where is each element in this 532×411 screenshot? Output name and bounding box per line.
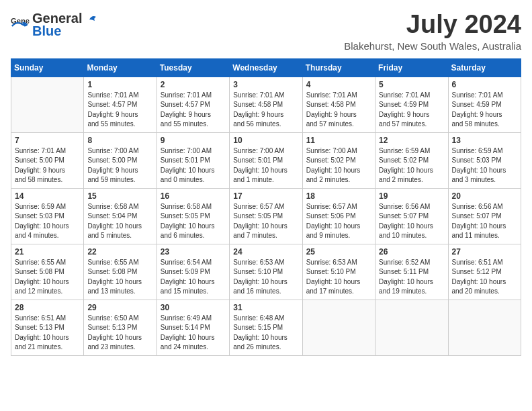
calendar-cell	[11, 77, 84, 132]
calendar-cell: 12Sunrise: 6:59 AMSunset: 5:02 PMDayligh…	[375, 132, 448, 188]
location-title: Blakehurst, New South Wales, Australia	[344, 40, 521, 52]
calendar-cell	[448, 300, 521, 355]
calendar-cell: 18Sunrise: 6:57 AMSunset: 5:06 PMDayligh…	[302, 188, 375, 244]
day-number: 4	[306, 80, 371, 89]
calendar-cell: 31Sunrise: 6:48 AMSunset: 5:15 PMDayligh…	[230, 300, 302, 355]
week-row-2: 7Sunrise: 7:01 AMSunset: 5:00 PMDaylight…	[11, 132, 521, 188]
week-row-3: 14Sunrise: 6:59 AMSunset: 5:03 PMDayligh…	[11, 188, 521, 244]
calendar-cell: 17Sunrise: 6:57 AMSunset: 5:05 PMDayligh…	[230, 188, 302, 244]
day-number: 22	[87, 247, 152, 257]
calendar-cell: 5Sunrise: 7:01 AMSunset: 4:59 PMDaylight…	[375, 77, 448, 132]
day-number: 27	[452, 247, 517, 257]
day-info: Sunrise: 7:01 AMSunset: 4:58 PMDaylight:…	[306, 91, 371, 130]
calendar-cell: 26Sunrise: 6:52 AMSunset: 5:11 PMDayligh…	[375, 244, 448, 300]
header: General General Blue July 2024 Blakehurs…	[11, 11, 521, 52]
day-number: 5	[379, 80, 444, 89]
day-info: Sunrise: 7:00 AMSunset: 5:01 PMDaylight:…	[233, 146, 298, 185]
day-info: Sunrise: 6:59 AMSunset: 5:02 PMDaylight:…	[379, 146, 444, 185]
day-info: Sunrise: 6:57 AMSunset: 5:06 PMDaylight:…	[306, 202, 371, 241]
day-info: Sunrise: 7:01 AMSunset: 4:59 PMDaylight:…	[452, 91, 517, 130]
day-info: Sunrise: 6:56 AMSunset: 5:07 PMDaylight:…	[452, 202, 517, 241]
day-number: 8	[87, 136, 152, 145]
day-info: Sunrise: 6:53 AMSunset: 5:10 PMDaylight:…	[306, 258, 371, 297]
day-number: 11	[306, 136, 371, 145]
calendar-cell: 1Sunrise: 7:01 AMSunset: 4:57 PMDaylight…	[84, 77, 157, 132]
calendar-cell: 19Sunrise: 6:56 AMSunset: 5:07 PMDayligh…	[375, 188, 448, 244]
calendar-cell: 15Sunrise: 6:58 AMSunset: 5:04 PMDayligh…	[84, 188, 157, 244]
calendar-cell: 11Sunrise: 7:00 AMSunset: 5:02 PMDayligh…	[302, 132, 375, 188]
col-header-sunday: Sunday	[11, 58, 84, 77]
day-number: 13	[452, 136, 517, 145]
logo-icon: General	[11, 15, 30, 34]
calendar-cell: 13Sunrise: 6:59 AMSunset: 5:03 PMDayligh…	[448, 132, 521, 188]
day-number: 15	[87, 191, 152, 201]
calendar-cell: 27Sunrise: 6:51 AMSunset: 5:12 PMDayligh…	[448, 244, 521, 300]
day-number: 23	[161, 247, 226, 257]
calendar-cell	[302, 300, 375, 355]
day-info: Sunrise: 6:59 AMSunset: 5:03 PMDaylight:…	[15, 202, 80, 241]
calendar-cell: 2Sunrise: 7:01 AMSunset: 4:57 PMDaylight…	[157, 77, 229, 132]
col-header-saturday: Saturday	[448, 58, 521, 77]
day-info: Sunrise: 6:50 AMSunset: 5:13 PMDaylight:…	[87, 314, 152, 353]
day-number: 3	[233, 80, 298, 89]
calendar-cell: 3Sunrise: 7:01 AMSunset: 4:58 PMDaylight…	[230, 77, 302, 132]
calendar-cell: 14Sunrise: 6:59 AMSunset: 5:03 PMDayligh…	[11, 188, 84, 244]
day-info: Sunrise: 7:00 AMSunset: 5:01 PMDaylight:…	[161, 146, 226, 185]
calendar: SundayMondayTuesdayWednesdayThursdayFrid…	[11, 58, 521, 356]
col-header-tuesday: Tuesday	[157, 58, 229, 77]
title-area: July 2024 Blakehurst, New South Wales, A…	[344, 11, 521, 52]
day-number: 18	[306, 191, 371, 201]
day-number: 17	[233, 191, 298, 201]
col-header-friday: Friday	[375, 58, 448, 77]
day-info: Sunrise: 6:48 AMSunset: 5:15 PMDaylight:…	[233, 314, 298, 353]
day-info: Sunrise: 7:00 AMSunset: 5:00 PMDaylight:…	[87, 146, 152, 185]
day-number: 31	[233, 303, 298, 312]
logo-bird-icon	[83, 11, 97, 26]
week-row-5: 28Sunrise: 6:51 AMSunset: 5:13 PMDayligh…	[11, 300, 521, 355]
week-row-1: 1Sunrise: 7:01 AMSunset: 4:57 PMDaylight…	[11, 77, 521, 132]
day-info: Sunrise: 6:51 AMSunset: 5:13 PMDaylight:…	[15, 314, 80, 353]
day-info: Sunrise: 6:59 AMSunset: 5:03 PMDaylight:…	[452, 146, 517, 185]
day-number: 10	[233, 136, 298, 145]
day-number: 19	[379, 191, 444, 201]
calendar-cell: 24Sunrise: 6:53 AMSunset: 5:10 PMDayligh…	[230, 244, 302, 300]
calendar-cell: 21Sunrise: 6:55 AMSunset: 5:08 PMDayligh…	[11, 244, 84, 300]
day-info: Sunrise: 6:53 AMSunset: 5:10 PMDaylight:…	[233, 258, 298, 297]
day-info: Sunrise: 7:01 AMSunset: 4:59 PMDaylight:…	[379, 91, 444, 130]
day-number: 14	[15, 191, 80, 201]
day-info: Sunrise: 7:01 AMSunset: 4:57 PMDaylight:…	[161, 91, 226, 130]
day-number: 9	[161, 136, 226, 145]
day-info: Sunrise: 6:54 AMSunset: 5:09 PMDaylight:…	[161, 258, 226, 297]
month-title: July 2024	[344, 11, 521, 39]
calendar-cell: 8Sunrise: 7:00 AMSunset: 5:00 PMDaylight…	[84, 132, 157, 188]
day-number: 30	[161, 303, 226, 312]
day-number: 2	[161, 80, 226, 89]
day-info: Sunrise: 6:56 AMSunset: 5:07 PMDaylight:…	[379, 202, 444, 241]
calendar-cell: 30Sunrise: 6:49 AMSunset: 5:14 PMDayligh…	[157, 300, 229, 355]
day-number: 24	[233, 247, 298, 257]
day-info: Sunrise: 6:55 AMSunset: 5:08 PMDaylight:…	[15, 258, 80, 297]
day-number: 7	[15, 136, 80, 145]
calendar-cell: 4Sunrise: 7:01 AMSunset: 4:58 PMDaylight…	[302, 77, 375, 132]
day-info: Sunrise: 6:58 AMSunset: 5:04 PMDaylight:…	[87, 202, 152, 241]
day-number: 28	[15, 303, 80, 312]
calendar-cell: 22Sunrise: 6:55 AMSunset: 5:08 PMDayligh…	[84, 244, 157, 300]
col-header-wednesday: Wednesday	[230, 58, 302, 77]
day-info: Sunrise: 6:52 AMSunset: 5:11 PMDaylight:…	[379, 258, 444, 297]
day-number: 29	[87, 303, 152, 312]
day-info: Sunrise: 6:49 AMSunset: 5:14 PMDaylight:…	[161, 314, 226, 353]
day-info: Sunrise: 7:01 AMSunset: 4:58 PMDaylight:…	[233, 91, 298, 130]
calendar-cell	[375, 300, 448, 355]
logo: General General Blue	[11, 11, 97, 39]
day-info: Sunrise: 6:58 AMSunset: 5:05 PMDaylight:…	[161, 202, 226, 241]
calendar-cell: 25Sunrise: 6:53 AMSunset: 5:10 PMDayligh…	[302, 244, 375, 300]
calendar-cell: 7Sunrise: 7:01 AMSunset: 5:00 PMDaylight…	[11, 132, 84, 188]
day-number: 12	[379, 136, 444, 145]
col-header-monday: Monday	[84, 58, 157, 77]
day-info: Sunrise: 6:57 AMSunset: 5:05 PMDaylight:…	[233, 202, 298, 241]
day-number: 1	[87, 80, 152, 89]
calendar-cell: 9Sunrise: 7:00 AMSunset: 5:01 PMDaylight…	[157, 132, 229, 188]
day-number: 26	[379, 247, 444, 257]
day-info: Sunrise: 6:55 AMSunset: 5:08 PMDaylight:…	[87, 258, 152, 297]
calendar-cell: 29Sunrise: 6:50 AMSunset: 5:13 PMDayligh…	[84, 300, 157, 355]
